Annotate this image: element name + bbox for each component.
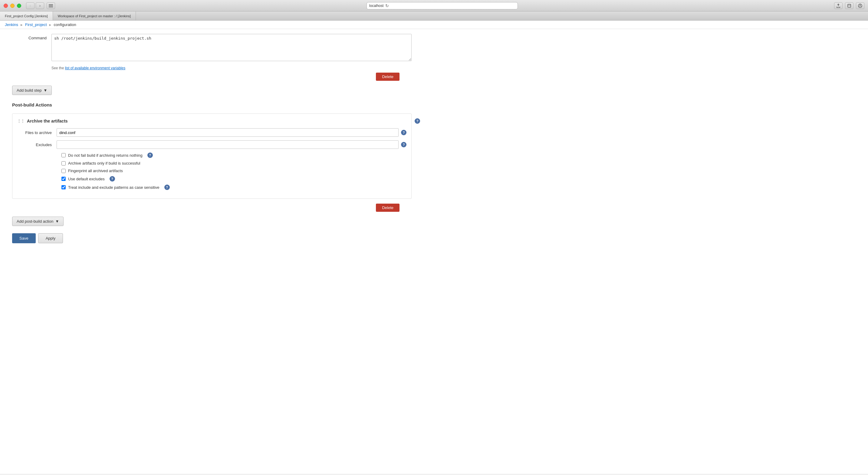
checkbox-row-4: Use default excludes ? xyxy=(61,176,406,182)
checkbox-row-2: Archive artifacts only if build is succe… xyxy=(61,161,406,165)
svg-rect-2 xyxy=(49,7,53,7)
excludes-label: Excludes xyxy=(17,142,57,147)
svg-rect-1 xyxy=(49,5,53,6)
files-to-archive-help-icon[interactable]: ? xyxy=(401,130,406,135)
archive-artifacts-help-icon[interactable]: ? xyxy=(415,118,420,124)
do-not-fail-help-icon[interactable]: ? xyxy=(147,153,153,158)
artifact-title-row: ⋮⋮ Archive the artifacts xyxy=(17,119,406,123)
share-button[interactable] xyxy=(834,2,843,9)
command-textarea[interactable]: sh /root/jenkins/build_jenkins_project.s… xyxy=(52,34,412,61)
svg-point-6 xyxy=(860,4,861,6)
close-button[interactable] xyxy=(4,4,8,8)
delete-artifacts-button[interactable]: Delete xyxy=(376,203,400,212)
delete-button-section: Delete xyxy=(12,73,412,81)
breadcrumb: Jenkins ► First_project ► configuration xyxy=(0,21,868,29)
add-post-build-section: Add post-build action ▼ xyxy=(12,217,412,226)
tab-workspace[interactable]: Workspace of First_project on master : /… xyxy=(53,11,136,20)
archive-artifacts-title: Archive the artifacts xyxy=(27,119,68,123)
breadcrumb-jenkins[interactable]: Jenkins xyxy=(5,22,18,27)
case-sensitive-label: Treat include and exclude patterns as ca… xyxy=(68,185,159,190)
minimize-button[interactable] xyxy=(10,4,14,8)
tab-bar: First_project Config [Jenkins] Workspace… xyxy=(0,11,868,21)
tab-first-project-config[interactable]: First_project Config [Jenkins] xyxy=(0,11,53,20)
excludes-row: Excludes ? xyxy=(17,140,406,149)
do-not-fail-checkbox[interactable] xyxy=(61,153,66,157)
apply-button[interactable]: Apply xyxy=(38,233,63,243)
breadcrumb-configuration: configuration xyxy=(54,22,76,27)
files-to-archive-input[interactable] xyxy=(57,128,399,137)
archive-only-successful-checkbox[interactable] xyxy=(61,161,66,165)
command-label: Command xyxy=(12,34,52,40)
checkbox-do-not-fail: Do not fail build if archiving returns n… xyxy=(61,153,143,158)
fingerprint-label: Fingerprint all archived artifacts xyxy=(68,168,123,173)
add-post-build-arrow-icon: ▼ xyxy=(55,219,59,224)
files-to-archive-row: Files to archive ? xyxy=(17,128,406,137)
command-section: Command sh /root/jenkins/build_jenkins_p… xyxy=(12,29,412,61)
add-build-step-label: Add build step xyxy=(17,88,41,93)
url-bar[interactable]: localhost ↻ xyxy=(367,2,518,9)
excludes-input[interactable] xyxy=(57,140,399,149)
reload-button[interactable]: ↻ xyxy=(385,3,389,8)
archive-artifacts-wrapper: ⋮⋮ Archive the artifacts Files to archiv… xyxy=(12,114,412,199)
content-area: Command sh /root/jenkins/build_jenkins_p… xyxy=(0,29,424,255)
maximize-button[interactable] xyxy=(17,4,21,8)
checkbox-row-3: Fingerprint all archived artifacts xyxy=(61,168,406,173)
excludes-help-icon[interactable]: ? xyxy=(401,142,406,147)
checkbox-row-1: Do not fail build if archiving returns n… xyxy=(61,153,406,158)
nav-buttons: ‹ › xyxy=(26,2,44,9)
default-excludes-help-icon[interactable]: ? xyxy=(110,176,115,182)
svg-rect-3 xyxy=(848,4,851,7)
default-excludes-label: Use default excludes xyxy=(68,177,105,181)
bottom-actions: Save Apply xyxy=(12,233,412,243)
case-sensitive-help-icon[interactable]: ? xyxy=(164,185,170,190)
add-post-build-button[interactable]: Add post-build action ▼ xyxy=(12,217,64,226)
files-to-archive-label: Files to archive xyxy=(17,130,57,135)
env-vars-link[interactable]: list of available environment variables xyxy=(65,66,125,70)
delete-command-button[interactable]: Delete xyxy=(376,73,400,81)
breadcrumb-sep-2: ► xyxy=(49,23,52,27)
main-content: Command sh /root/jenkins/build_jenkins_p… xyxy=(0,29,868,474)
traffic-lights xyxy=(4,4,21,8)
checkbox-default-excludes: Use default excludes xyxy=(61,177,105,181)
breadcrumb-sep-1: ► xyxy=(20,23,23,27)
archive-artifacts-box: ⋮⋮ Archive the artifacts Files to archiv… xyxy=(12,114,412,199)
post-build-section: Post-build Actions ⋮⋮ Archive the artifa… xyxy=(12,102,412,243)
env-vars-section: See the list of available environment va… xyxy=(52,66,412,70)
archive-only-successful-label: Archive artifacts only if build is succe… xyxy=(68,161,140,165)
tab-label-2: Workspace of First_project on master : /… xyxy=(58,14,131,18)
case-sensitive-checkbox[interactable] xyxy=(61,185,66,189)
drag-handle-icon[interactable]: ⋮⋮ xyxy=(17,119,25,123)
checkbox-fingerprint: Fingerprint all archived artifacts xyxy=(61,168,123,173)
titlebar: ‹ › localhost ↻ xyxy=(0,0,868,11)
add-post-build-label: Add post-build action xyxy=(17,219,53,224)
forward-button[interactable]: › xyxy=(36,2,44,9)
checkbox-row-5: Treat include and exclude patterns as ca… xyxy=(61,185,406,190)
dropdown-arrow-icon: ▼ xyxy=(43,88,47,93)
url-text: localhost xyxy=(369,4,383,8)
default-excludes-checkbox[interactable] xyxy=(61,177,66,181)
breadcrumb-first-project[interactable]: First_project xyxy=(25,22,47,27)
checkbox-archive-only-successful: Archive artifacts only if build is succe… xyxy=(61,161,140,165)
do-not-fail-label: Do not fail build if archiving returns n… xyxy=(68,153,143,158)
add-build-step-section: Add build step ▼ xyxy=(12,86,412,95)
checkbox-case-sensitive: Treat include and exclude patterns as ca… xyxy=(61,185,159,190)
add-build-step-button[interactable]: Add build step ▼ xyxy=(12,86,52,95)
titlebar-actions xyxy=(834,2,864,9)
save-button[interactable]: Save xyxy=(12,233,36,243)
tab-label-1: First_project Config [Jenkins] xyxy=(5,14,48,18)
tab-view-button[interactable] xyxy=(845,2,854,9)
fingerprint-checkbox[interactable] xyxy=(61,169,66,173)
back-button[interactable]: ‹ xyxy=(26,2,34,9)
delete-artifacts-section: Delete xyxy=(12,203,412,212)
post-build-actions-header: Post-build Actions xyxy=(12,102,412,108)
profile-button[interactable] xyxy=(856,2,864,9)
sidebar-toggle-button[interactable] xyxy=(46,2,55,9)
env-vars-prefix: See the xyxy=(52,66,65,70)
svg-rect-0 xyxy=(49,4,53,5)
checkboxes-section: Do not fail build if archiving returns n… xyxy=(61,153,406,190)
